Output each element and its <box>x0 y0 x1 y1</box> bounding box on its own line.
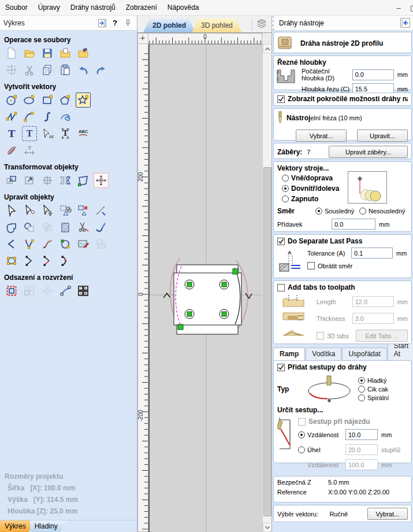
start-depth-input[interactable] <box>352 69 394 80</box>
mirror-object-icon[interactable] <box>58 173 73 188</box>
tool-edit-button[interactable]: Upravit... <box>357 130 408 142</box>
subtract-icon[interactable] <box>22 220 37 235</box>
scroll-down-icon[interactable] <box>263 523 272 532</box>
scroll-up-icon[interactable] <box>263 44 272 53</box>
add-tabs-checkbox[interactable] <box>277 284 285 291</box>
array-copy-icon[interactable] <box>22 283 37 298</box>
draw-text-icon[interactable]: T <box>4 126 19 141</box>
weld-icon[interactable] <box>4 220 19 235</box>
draw-polyline-icon[interactable] <box>4 109 19 124</box>
join-open-icon[interactable] <box>4 253 19 268</box>
radio-outside-right[interactable] <box>282 175 289 182</box>
draw-rectangle-icon[interactable] <box>40 93 55 108</box>
text-select-icon[interactable]: AB <box>40 126 55 141</box>
select-icon[interactable] <box>4 203 19 218</box>
join-line-icon[interactable] <box>40 253 55 268</box>
tab-length-input[interactable] <box>352 296 394 307</box>
ramp-angle-input[interactable] <box>345 444 378 455</box>
close-vector-icon[interactable] <box>58 237 73 252</box>
draw-polygon-icon[interactable] <box>58 93 73 108</box>
pin-icon[interactable] <box>122 17 133 29</box>
join-move-icon[interactable] <box>22 253 37 268</box>
edit-bitmap-icon[interactable] <box>76 237 91 252</box>
add-ramps-checkbox[interactable] <box>277 364 285 371</box>
reverse-direction-checkbox[interactable] <box>307 262 315 269</box>
allowance-input[interactable] <box>332 219 375 230</box>
circular-copy-icon[interactable] <box>40 283 55 298</box>
menu-file[interactable]: Soubor <box>0 0 33 16</box>
tab-3d-view[interactable]: 3D pohled <box>192 19 242 32</box>
lead-in-ramp-checkbox[interactable] <box>298 418 306 426</box>
radio-ramp-angle[interactable] <box>298 446 305 453</box>
draw-curve-icon[interactable] <box>40 109 55 124</box>
scrollbar-thumb[interactable] <box>263 167 271 516</box>
set-size-icon[interactable] <box>22 173 37 188</box>
vector-select-button[interactable]: Vybrat... <box>367 508 408 520</box>
radio-inside-left[interactable] <box>282 185 289 192</box>
option-tab-ramp[interactable]: Ramp <box>273 348 305 360</box>
export-vectors-icon[interactable] <box>76 46 91 61</box>
offset-icon[interactable] <box>4 283 19 298</box>
fillet-icon[interactable] <box>94 220 109 235</box>
measure-icon[interactable] <box>94 203 109 218</box>
center-object-icon[interactable] <box>40 173 55 188</box>
move-object-icon[interactable] <box>4 173 19 188</box>
menu-toolpaths[interactable]: Dráhy nástrojů <box>65 0 121 16</box>
radio-conventional[interactable] <box>359 208 366 215</box>
paste-icon[interactable] <box>58 62 73 77</box>
sharp-corner-icon[interactable] <box>4 237 19 252</box>
text-spacing-icon[interactable]: T <box>58 126 73 141</box>
draw-freehand-icon[interactable] <box>58 109 73 124</box>
collapse-right-panel-icon[interactable] <box>399 17 411 29</box>
undo-icon[interactable] <box>76 62 91 77</box>
option-tab-uspo-dat[interactable]: Uspořádat <box>342 348 386 360</box>
drawing-canvas[interactable] <box>148 44 262 532</box>
draw-circle-icon[interactable] <box>4 93 19 108</box>
option-tab-vod-tka[interactable]: Vodítka <box>306 348 341 360</box>
tab-2d-view[interactable]: 2D pohled <box>143 19 195 32</box>
draw-arc-icon[interactable] <box>22 109 37 124</box>
radio-climb[interactable] <box>315 208 322 215</box>
group-icon[interactable] <box>58 203 73 218</box>
menu-help[interactable]: Nápověda <box>162 0 204 16</box>
align-object-icon[interactable] <box>94 173 109 188</box>
redo-icon[interactable] <box>94 62 109 77</box>
trim-icon[interactable] <box>76 220 91 235</box>
tab-hladiny[interactable]: Hladiny <box>30 520 66 532</box>
maximize-button[interactable]: ▢ <box>406 3 413 12</box>
minimize-button[interactable]: – <box>391 3 406 12</box>
ramp-distance2-input[interactable] <box>345 459 378 470</box>
horizontal-ruler[interactable]: 0 <box>148 33 262 44</box>
hatch-icon[interactable] <box>58 220 73 235</box>
menu-edit[interactable]: Úpravy <box>33 0 65 16</box>
tool-select-button[interactable]: Vybrat... <box>296 130 347 142</box>
open-file-icon[interactable] <box>22 46 37 61</box>
copy-along-vector-icon[interactable] <box>58 283 73 298</box>
layers-icon[interactable] <box>252 18 266 31</box>
draw-ellipse-icon[interactable] <box>22 93 37 108</box>
menu-view[interactable]: Zobrazení <box>121 0 162 16</box>
smooth-join-icon[interactable] <box>40 237 55 252</box>
fit-vectors-icon[interactable] <box>22 237 37 252</box>
help-icon[interactable]: ? <box>109 17 121 29</box>
radio-ramp-smooth[interactable] <box>358 377 365 384</box>
nesting-icon[interactable]: CDAB <box>76 283 91 298</box>
copy-icon[interactable] <box>40 62 55 77</box>
vertical-ruler[interactable]: 2000-200 <box>137 44 148 532</box>
intersect-icon[interactable] <box>40 220 55 235</box>
dimension-icon[interactable]: ? <box>22 143 37 158</box>
radio-ramp-spiral[interactable] <box>358 394 365 401</box>
crop-bitmap-icon[interactable] <box>94 237 109 252</box>
edit-tabs-button[interactable]: Edit Tabs ... <box>356 330 408 342</box>
last-pass-checkbox[interactable] <box>277 238 285 245</box>
tolerance-input[interactable] <box>351 247 393 258</box>
ungroup-icon[interactable] <box>76 203 91 218</box>
tab-thickness-input[interactable] <box>352 313 394 324</box>
text-on-curve-icon[interactable]: ABC <box>76 126 91 141</box>
new-file-icon[interactable] <box>4 46 19 61</box>
collapse-panel-icon[interactable] <box>96 17 108 29</box>
draw-star-icon[interactable] <box>76 93 91 108</box>
radio-on[interactable] <box>282 195 289 202</box>
radio-ramp-zigzag[interactable] <box>358 386 365 393</box>
node-edit-icon[interactable] <box>22 203 37 218</box>
